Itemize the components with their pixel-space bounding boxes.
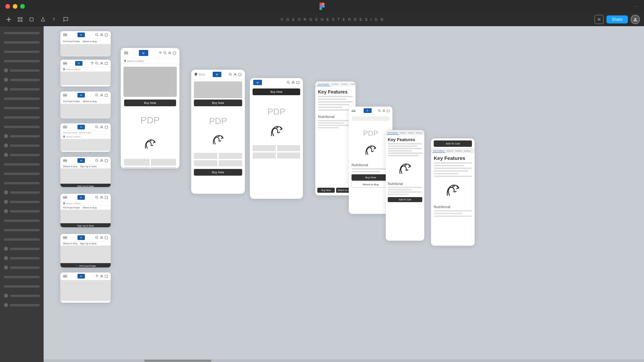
list-item[interactable]	[3, 301, 41, 309]
tab-sublean-2[interactable]: Sublean	[340, 82, 349, 86]
list-item[interactable]	[3, 282, 41, 290]
add-to-cart-button-2[interactable]: Add To Cart	[434, 140, 472, 147]
svg-point-49	[378, 109, 380, 111]
brand-label: © G E O R G E H E S T E R D E S I G N	[281, 17, 384, 21]
tab-sublean-3[interactable]: Sublean	[349, 82, 356, 86]
phone-mockup-7: H Where to Buy Sign Up & Save 🐾 Pet Food…	[60, 234, 111, 267]
svg-rect-18	[105, 94, 108, 97]
shape-tool-icon[interactable]	[27, 15, 36, 24]
list-item[interactable]	[3, 85, 41, 93]
list-item[interactable]	[3, 245, 41, 253]
tab-sublean-6[interactable]: Sublean	[415, 131, 423, 135]
scrollbar-thumb[interactable]	[144, 360, 211, 362]
text-tool-icon[interactable]: T	[50, 15, 59, 24]
list-item[interactable]	[3, 141, 41, 149]
titlebar-right: ···	[633, 4, 639, 9]
list-item[interactable]	[3, 151, 41, 159]
sign-up-save-label-2: Sign Up & Save	[60, 223, 111, 227]
svg-rect-10	[105, 34, 108, 36]
list-item[interactable]	[3, 57, 41, 65]
list-item[interactable]	[3, 48, 41, 56]
list-item[interactable]	[3, 188, 41, 196]
svg-rect-36	[105, 275, 108, 278]
buy-now-button-6[interactable]: Buy Now	[352, 174, 390, 181]
move-tool-icon[interactable]	[4, 15, 13, 24]
h-badge[interactable]: H	[594, 15, 604, 24]
toolbar-center: © G E O R G E H E S T E R D E S I G N	[73, 17, 592, 21]
svg-line-20	[98, 128, 98, 128]
list-item[interactable]	[3, 217, 41, 225]
list-item[interactable]	[3, 104, 41, 112]
svg-rect-2	[18, 20, 19, 21]
frame-tool-icon[interactable]	[15, 15, 25, 24]
svg-rect-48	[297, 81, 299, 84]
list-item[interactable]	[3, 170, 41, 178]
list-item[interactable]	[3, 226, 41, 234]
list-item[interactable]	[3, 263, 41, 272]
list-item[interactable]	[3, 76, 41, 84]
maximize-button[interactable]	[20, 4, 25, 9]
list-item[interactable]	[3, 66, 41, 74]
svg-point-37	[164, 52, 166, 54]
add-to-cart-button-1[interactable]: Add To Cart	[388, 197, 422, 202]
share-button[interactable]: Share	[606, 15, 628, 23]
buy-now-button-3[interactable]: Buy Now	[194, 169, 242, 176]
swipe-icon-2	[208, 131, 228, 150]
svg-line-50	[380, 111, 381, 112]
buy-now-button-5[interactable]: Buy Now	[317, 188, 335, 193]
buy-now-button-1[interactable]: Buy Now	[124, 100, 176, 106]
svg-line-38	[166, 54, 166, 54]
list-item[interactable]	[3, 254, 41, 262]
svg-rect-40	[173, 52, 176, 54]
buy-now-button-2[interactable]: Buy Now	[194, 100, 242, 106]
canvas-scrollbar[interactable]	[44, 359, 644, 362]
canvas[interactable]: H Pet Food Finder Where to Buy H	[44, 26, 644, 362]
tab-key-features[interactable]: Key Features	[317, 82, 330, 86]
close-button[interactable]	[5, 4, 10, 9]
list-item[interactable]	[3, 207, 41, 215]
swipe-icon-4	[361, 142, 381, 160]
svg-rect-4	[30, 18, 33, 21]
comment-tool-icon[interactable]	[61, 15, 70, 24]
toolbar-left: T	[4, 15, 70, 24]
where-to-buy-button-2[interactable]: Where to Buy	[352, 181, 390, 188]
pdp-label-2: PDP	[209, 116, 227, 126]
key-features-title-1: Key Features	[315, 86, 356, 96]
tab-sublean-8[interactable]: Sublean	[454, 149, 463, 153]
tab-sublean-7[interactable]: Sublean	[445, 149, 454, 153]
pen-tool-icon[interactable]	[38, 15, 48, 24]
phone-mockup-8: H	[60, 273, 111, 303]
list-item[interactable]	[3, 273, 41, 281]
tab-sublean-1[interactable]: Sublean	[330, 82, 340, 86]
minimize-button[interactable]	[13, 4, 17, 9]
list-item[interactable]	[3, 179, 41, 187]
tab-key-features-3[interactable]: Key Features	[432, 149, 445, 153]
tab-key-features-2[interactable]: Key Features	[387, 131, 399, 135]
svg-point-15	[96, 94, 98, 96]
list-item[interactable]	[3, 38, 41, 46]
list-item[interactable]	[3, 198, 41, 206]
svg-rect-3	[21, 20, 22, 21]
list-item[interactable]	[3, 160, 41, 168]
list-item[interactable]	[3, 132, 41, 140]
svg-rect-14	[105, 62, 108, 65]
phone-mockup-2: H Deliver to 90221	[60, 60, 111, 86]
phone-mockup-6: H Deliver to 90221 Pet Food Finder Where…	[60, 194, 111, 227]
titlebar: ···	[0, 0, 644, 13]
list-item[interactable]	[3, 292, 41, 300]
pdp-label-4: PDP	[363, 129, 378, 138]
buy-now-button-4[interactable]: Buy Now	[253, 88, 300, 95]
phone-key-features-2: Key Features Sublean Sublean Sublean Key…	[386, 130, 424, 241]
key-features-title-3: Key Features	[431, 153, 475, 162]
list-item[interactable]	[3, 123, 41, 131]
list-item[interactable]	[3, 235, 41, 243]
list-item[interactable]	[3, 113, 41, 121]
tab-sublean-9[interactable]: Sublean	[463, 149, 472, 153]
main-area: H Pet Food Finder Where to Buy H	[0, 26, 644, 362]
swipe-icon-5	[394, 160, 416, 180]
tab-sublean-4[interactable]: Sublean	[399, 131, 407, 135]
list-item[interactable]	[3, 29, 41, 37]
tab-sublean-5[interactable]: Sublean	[407, 131, 415, 135]
list-item[interactable]	[3, 95, 41, 103]
phone-pdp-3: H Buy Now PDP	[250, 78, 303, 199]
